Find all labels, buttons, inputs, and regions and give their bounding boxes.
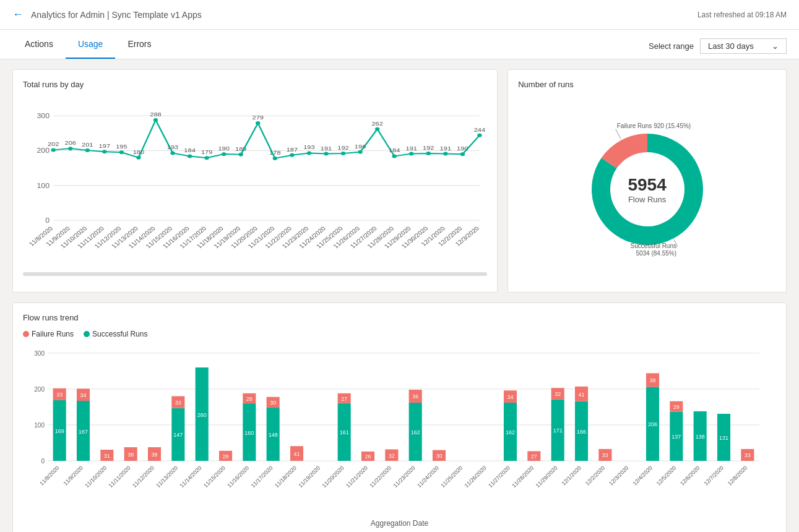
svg-text:11/15/2020: 11/15/2020 — [202, 465, 227, 489]
svg-text:137: 137 — [672, 434, 681, 440]
svg-text:288: 288 — [150, 111, 162, 118]
svg-text:29: 29 — [673, 404, 680, 410]
svg-text:Successful Runs: Successful Runs — [630, 242, 676, 249]
svg-text:11/13/2020: 11/13/2020 — [155, 465, 179, 489]
svg-text:260: 260 — [197, 412, 207, 418]
svg-point-80 — [460, 152, 465, 156]
svg-point-44 — [256, 121, 260, 125]
svg-text:196: 196 — [355, 144, 366, 150]
svg-text:11/29/2020: 11/29/2020 — [535, 465, 559, 489]
svg-text:202: 202 — [48, 141, 59, 147]
svg-point-59 — [341, 152, 345, 155]
donut-svg-wrap: Failure Runs 920 (15.45%)Successful Runs… — [579, 121, 715, 257]
bar-chart-container[interactable]: 01002003001693311/8/20201673411/9/202031… — [23, 343, 776, 517]
tab-actions[interactable]: Actions — [12, 30, 66, 59]
line-chart-card: Total runs by day 010020030020211/8/2020… — [12, 69, 498, 293]
svg-text:147: 147 — [173, 432, 183, 438]
aggregation-label: Aggregation Date — [23, 519, 776, 528]
svg-text:197: 197 — [99, 143, 111, 149]
svg-point-71 — [409, 152, 413, 156]
svg-text:184: 184 — [184, 147, 196, 153]
svg-text:11/12/2020: 11/12/2020 — [131, 465, 155, 489]
donut-center-label: Flow Runs — [628, 195, 666, 204]
donut-chart-title: Number of runs — [518, 80, 776, 89]
svg-point-62 — [358, 150, 362, 154]
svg-text:131: 131 — [719, 435, 728, 441]
svg-text:100: 100 — [37, 182, 50, 189]
tab-right: Select range Last 30 days ⌄ — [649, 38, 787, 59]
svg-text:178: 178 — [269, 150, 281, 156]
top-bar-left: ← Analytics for Admin | Sync Template v1… — [12, 8, 202, 21]
svg-text:33: 33 — [56, 392, 63, 398]
svg-text:160: 160 — [244, 430, 254, 436]
svg-text:11/11/2020: 11/11/2020 — [108, 465, 132, 489]
svg-text:179: 179 — [201, 149, 213, 155]
line-chart-title: Total runs by day — [23, 80, 487, 89]
svg-text:11/9/2020: 11/9/2020 — [63, 465, 84, 486]
svg-text:36: 36 — [412, 393, 418, 400]
svg-text:12/6/2020: 12/6/2020 — [679, 465, 701, 486]
svg-text:192: 192 — [423, 145, 434, 151]
svg-text:5034 (84.55%): 5034 (84.55%) — [636, 250, 676, 257]
charts-row: Total runs by day 010020030020211/8/2020… — [12, 69, 787, 293]
svg-text:167: 167 — [79, 429, 88, 435]
svg-text:11/25/2020: 11/25/2020 — [439, 465, 464, 489]
svg-text:30: 30 — [436, 453, 442, 459]
svg-text:12/7/2020: 12/7/2020 — [703, 465, 725, 486]
svg-text:11/17/2020: 11/17/2020 — [250, 465, 274, 489]
page-title: Analytics for Admin | Sync Template v1 A… — [31, 10, 202, 20]
svg-text:11/26/2020: 11/26/2020 — [464, 465, 488, 489]
svg-text:34: 34 — [80, 392, 86, 398]
svg-text:11/19/2020: 11/19/2020 — [297, 465, 321, 489]
svg-point-11 — [68, 147, 72, 150]
svg-text:11/10/2020: 11/10/2020 — [84, 465, 108, 489]
tabs: Actions Usage Errors — [12, 30, 164, 59]
svg-point-74 — [426, 152, 431, 155]
svg-text:161: 161 — [340, 429, 349, 435]
failure-dot — [23, 331, 29, 337]
svg-text:200: 200 — [37, 148, 50, 155]
svg-text:200: 200 — [34, 386, 45, 393]
svg-text:300: 300 — [34, 350, 45, 357]
svg-text:11/16/2020: 11/16/2020 — [226, 465, 250, 489]
svg-text:11/28/2020: 11/28/2020 — [511, 465, 535, 489]
select-range-dropdown[interactable]: Last 30 days ⌄ — [700, 38, 787, 54]
back-button[interactable]: ← — [12, 8, 24, 21]
svg-point-29 — [170, 151, 175, 155]
svg-text:187: 187 — [287, 147, 298, 153]
svg-text:189: 189 — [235, 146, 247, 152]
svg-text:41: 41 — [578, 392, 584, 398]
svg-text:244: 244 — [474, 127, 486, 133]
svg-text:30: 30 — [270, 400, 276, 406]
svg-text:191: 191 — [405, 145, 417, 152]
svg-point-50 — [290, 153, 294, 157]
svg-text:148: 148 — [269, 432, 278, 438]
svg-text:26: 26 — [365, 453, 371, 460]
bar-chart-svg: 01002003001693311/8/20201673411/9/202031… — [23, 343, 766, 517]
line-chart-scrollbar[interactable] — [23, 272, 487, 276]
svg-text:100: 100 — [34, 422, 45, 429]
svg-text:162: 162 — [411, 429, 420, 435]
svg-text:33: 33 — [602, 452, 608, 458]
svg-point-8 — [51, 148, 56, 152]
svg-text:41: 41 — [293, 451, 300, 457]
legend-success-label: Successful Runs — [92, 330, 147, 338]
svg-text:11/27/2020: 11/27/2020 — [487, 465, 511, 489]
svg-text:201: 201 — [82, 142, 93, 148]
svg-text:195: 195 — [116, 144, 127, 150]
svg-text:300: 300 — [37, 113, 50, 119]
svg-text:169: 169 — [55, 428, 64, 434]
svg-point-17 — [102, 150, 106, 153]
legend-failure-label: Failure Runs — [32, 330, 74, 338]
tab-usage[interactable]: Usage — [66, 30, 115, 59]
svg-text:193: 193 — [303, 144, 315, 150]
svg-point-83 — [477, 134, 482, 137]
svg-text:12/5/2020: 12/5/2020 — [655, 465, 677, 486]
tab-errors[interactable]: Errors — [115, 30, 163, 59]
svg-text:11/21/2020: 11/21/2020 — [345, 465, 369, 489]
svg-text:11/22/2020: 11/22/2020 — [368, 465, 392, 489]
chevron-down-icon: ⌄ — [772, 41, 779, 51]
svg-text:206: 206 — [648, 421, 657, 427]
svg-text:38: 38 — [151, 452, 157, 458]
svg-point-23 — [136, 156, 140, 160]
